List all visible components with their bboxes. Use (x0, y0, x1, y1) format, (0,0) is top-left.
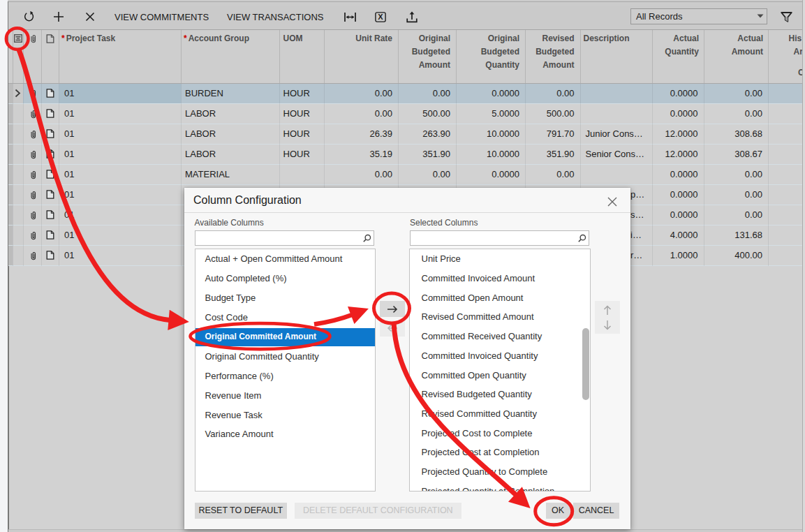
svg-text:X: X (378, 13, 383, 21)
